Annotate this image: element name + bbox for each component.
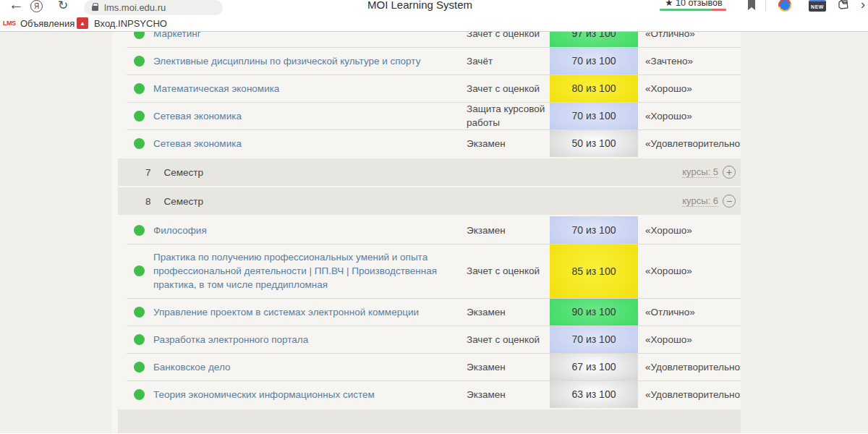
- table-row: Сетевая экономикаЗащита курсовой работы7…: [112, 102, 741, 129]
- courses-count-link[interactable]: курсы: 6: [682, 195, 718, 207]
- browser-chrome: ← Я ↻ lms.moi.edu.ru MOI Learning System…: [0, 0, 868, 32]
- status-dot-icon: [134, 56, 145, 67]
- assessment-type-cell: Экзамен: [467, 216, 550, 244]
- back-button[interactable]: ←: [9, 0, 24, 13]
- page-title: MOI Learning System: [367, 0, 472, 11]
- course-link[interactable]: Сетевая экономика: [153, 137, 242, 150]
- course-name-cell: Теория экономических информационных сист…: [153, 380, 467, 408]
- grade-cell: «Удовлетворительно»: [638, 353, 741, 380]
- course-link[interactable]: Маркетинг: [153, 32, 201, 41]
- course-status-cell: [112, 216, 153, 244]
- semester-number: 7: [145, 167, 151, 178]
- score-badge: 90 из 100: [550, 298, 638, 326]
- table-row: Сетевая экономикаЭкзамен50 из 100«Удовле…: [112, 129, 741, 157]
- grade-cell: «Хорошо»: [638, 244, 741, 298]
- bookmark-inpsycho[interactable]: Вход.INPSYCHO: [94, 18, 167, 29]
- course-name-cell: Сетевая экономика: [153, 129, 467, 157]
- course-status-cell: [112, 353, 153, 380]
- bookmark-announcements[interactable]: Объявления: [20, 18, 75, 29]
- assessment-type-cell: Зачет с оценкой: [467, 244, 550, 298]
- table-row: Элективные дисциплины по физической куль…: [112, 47, 741, 75]
- table-row: Управление проектом в системах электронн…: [112, 298, 741, 326]
- reviews-widget[interactable]: ★ 10 отзывов: [660, 0, 728, 11]
- semester-header-row: 8Семестркурсы: 6−: [118, 187, 741, 215]
- browser-menu-icon[interactable]: Я: [30, 0, 43, 12]
- status-dot-icon: [134, 389, 145, 400]
- grade-cell: «Хорошо»: [638, 102, 741, 129]
- semester-label: Семестр: [164, 167, 204, 178]
- status-dot-icon: [134, 111, 145, 122]
- course-name-cell: Философия: [153, 216, 467, 244]
- course-status-cell: [112, 102, 153, 129]
- semester-header-row: [118, 409, 741, 433]
- semester-label: Семестр: [164, 196, 204, 207]
- grade-cell: «Хорошо»: [638, 75, 741, 102]
- status-dot-icon: [134, 334, 145, 345]
- course-link[interactable]: Сетевая экономика: [153, 109, 242, 123]
- table-row: МаркетингЗачет с оценкой97 из 100«Отличн…: [112, 32, 741, 47]
- reload-button[interactable]: ↻: [58, 0, 68, 13]
- course-name-cell: Математическая экономика: [153, 75, 467, 102]
- course-link[interactable]: Разработка электронного портала: [153, 333, 308, 346]
- assessment-type-cell: Экзамен: [467, 353, 550, 380]
- status-dot-icon: [134, 32, 145, 39]
- course-status-cell: [112, 244, 153, 298]
- course-name-cell: Маркетинг: [153, 32, 467, 47]
- address-bar[interactable]: lms.moi.edu.ru: [84, 0, 223, 15]
- browser-toolbar: ← Я ↻ lms.moi.edu.ru MOI Learning System…: [0, 0, 868, 16]
- bookmarks-bar: LMS Объявления ▲ Вход.INPSYCHO: [0, 16, 868, 31]
- page-background: МаркетингЗачет с оценкой97 из 100«Отличн…: [0, 32, 868, 433]
- extension-icon[interactable]: [838, 0, 849, 13]
- score-badge: 70 из 100: [550, 216, 638, 244]
- score-badge: 70 из 100: [550, 102, 638, 129]
- score-badge: 67 из 100: [550, 353, 638, 380]
- course-name-cell: Элективные дисциплины по физической куль…: [153, 47, 467, 75]
- course-status-cell: [112, 380, 153, 408]
- courses-count-link[interactable]: курсы: 5: [682, 166, 718, 178]
- status-dot-icon: [134, 138, 145, 149]
- assessment-type-cell: Зачёт: [467, 47, 550, 75]
- status-dot-icon: [134, 265, 145, 276]
- expand-toggle-icon[interactable]: +: [723, 166, 736, 179]
- assessment-type-cell: Зачет с оценкой: [467, 32, 550, 47]
- course-link[interactable]: Практика по получению профессиональных у…: [153, 250, 456, 292]
- score-badge: 85 из 100: [550, 244, 638, 298]
- bookmark-icon[interactable]: [747, 0, 756, 14]
- course-link[interactable]: Теория экономических информационных сист…: [153, 388, 375, 401]
- grade-cell: «Хорошо»: [638, 326, 741, 353]
- course-status-cell: [112, 32, 153, 47]
- course-name-cell: Разработка электронного портала: [153, 326, 467, 353]
- status-dot-icon: [134, 307, 145, 318]
- grades-table: МаркетингЗачет с оценкой97 из 100«Отличн…: [112, 32, 741, 433]
- inpsycho-favicon: ▲: [77, 17, 88, 29]
- grade-cell: «Хорошо»: [638, 216, 741, 244]
- grade-cell: «Отлично»: [638, 32, 741, 47]
- grade-cell: «Удовлетворительно»: [638, 129, 741, 157]
- course-link[interactable]: Математическая экономика: [153, 82, 279, 95]
- course-link[interactable]: Философия: [153, 224, 207, 237]
- score-badge: 70 из 100: [550, 326, 638, 353]
- assessment-type-cell: Зачет с оценкой: [467, 326, 550, 353]
- course-status-cell: [112, 326, 153, 353]
- collapse-toggle-icon[interactable]: −: [723, 195, 736, 208]
- semester-number: 8: [145, 196, 151, 207]
- score-badge: 70 из 100: [550, 47, 638, 75]
- table-row: Математическая экономикаЗачет с оценкой8…: [112, 75, 741, 102]
- score-badge: 97 из 100: [550, 32, 638, 47]
- course-name-cell: Практика по получению профессиональных у…: [153, 244, 467, 298]
- star-icon: ★: [665, 0, 673, 8]
- new-extension-icon[interactable]: NEW: [809, 0, 826, 12]
- reviews-label: ★ 10 отзывов: [660, 0, 728, 8]
- grade-cell: «Отлично»: [638, 298, 741, 326]
- assessment-type-cell: Зачет с оценкой: [467, 75, 550, 102]
- assessment-type-cell: Экзамен: [467, 298, 550, 326]
- table-row: ФилософияЭкзамен70 из 100«Хорошо»: [112, 216, 741, 244]
- course-link[interactable]: Банковское дело: [153, 360, 230, 374]
- course-link[interactable]: Элективные дисциплины по физической куль…: [153, 54, 420, 68]
- course-name-cell: Сетевая экономика: [153, 102, 467, 129]
- status-dot-icon: [134, 83, 145, 94]
- browser-logo-icon[interactable]: [778, 0, 791, 12]
- course-link[interactable]: Управление проектом в системах электронн…: [153, 305, 419, 319]
- toolbar-overflow-icon[interactable]: ›: [861, 0, 865, 12]
- course-status-cell: [112, 298, 153, 326]
